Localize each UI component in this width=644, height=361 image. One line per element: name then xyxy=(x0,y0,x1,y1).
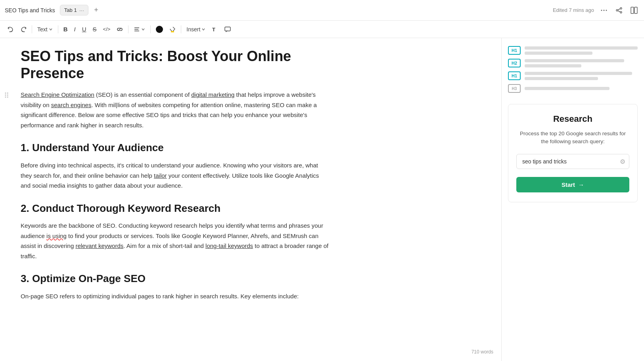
svg-text:T: T xyxy=(212,27,215,33)
share-button[interactable] xyxy=(614,5,624,15)
code-button[interactable]: </> xyxy=(100,24,113,34)
italic-button[interactable]: I xyxy=(71,24,79,35)
toolbar-divider-4 xyxy=(150,25,151,33)
bold-button[interactable]: B xyxy=(61,24,71,35)
svg-line-7 xyxy=(618,11,620,12)
comment-button[interactable] xyxy=(222,24,234,35)
highlight-button[interactable] xyxy=(167,24,178,35)
align-button[interactable] xyxy=(131,24,148,35)
editor-area[interactable]: SEO Tips and Tricks: Boost Your Online P… xyxy=(13,38,501,361)
svg-point-0 xyxy=(601,10,602,11)
search-engines-link[interactable]: search engines xyxy=(51,102,92,108)
edited-status: Edited 7 mins ago xyxy=(553,7,594,13)
topbar-right: Edited 7 mins ago xyxy=(553,5,639,15)
link-button[interactable] xyxy=(114,24,126,35)
svg-point-3 xyxy=(620,8,622,9)
drag-handle[interactable]: ⠿ xyxy=(4,91,9,100)
word-count: 710 words xyxy=(472,349,493,355)
insert-label: Insert xyxy=(186,26,200,33)
outline-line xyxy=(525,46,638,50)
main-area: ⠿ SEO Tips and Tricks: Boost Your Online… xyxy=(0,38,644,361)
research-search-input[interactable] xyxy=(516,154,629,169)
outline-line xyxy=(525,72,632,75)
svg-point-1 xyxy=(604,10,605,11)
start-label: Start xyxy=(562,181,575,188)
doc-title: SEO Tips and Tricks xyxy=(5,7,55,13)
insert-button[interactable]: Insert xyxy=(184,24,208,35)
strikethrough-button[interactable]: S xyxy=(90,24,100,35)
tab-label: Tab 1 xyxy=(64,7,77,13)
outline-lines-2 xyxy=(525,59,638,67)
text-style-dropdown[interactable]: Text xyxy=(34,24,56,35)
right-panel: H1 H2 H1 H3 xyxy=(501,38,644,361)
redo-button[interactable] xyxy=(17,24,29,35)
outline-item-h3: H3 xyxy=(508,84,638,93)
section1-body[interactable]: Before diving into technical aspects, it… xyxy=(21,160,330,191)
font-color-button[interactable] xyxy=(153,24,166,35)
top-bar: SEO Tips and Tricks Tab 1 ··· + Edited 7… xyxy=(0,0,644,21)
color-dot xyxy=(156,26,163,33)
add-tab-button[interactable]: + xyxy=(92,5,101,15)
outline-badge-h2: H2 xyxy=(508,59,521,67)
research-section: Research Process the top 20 Google searc… xyxy=(508,104,638,202)
relevant-keywords-underline: relevant keywords xyxy=(75,242,123,249)
section1-heading[interactable]: 1. Understand Your Audience xyxy=(21,141,330,155)
tailor-underline: tailor xyxy=(154,172,167,179)
toolbar-divider-1 xyxy=(32,25,32,33)
outline-line xyxy=(525,59,624,62)
outline-line xyxy=(525,64,581,67)
outline-line xyxy=(525,77,598,80)
svg-point-5 xyxy=(620,12,622,13)
text-size-button[interactable]: T xyxy=(209,24,221,35)
outline-badge-h3: H3 xyxy=(508,84,521,93)
outline-badge-h1-2: H1 xyxy=(508,71,521,80)
text-style-label: Text xyxy=(37,26,48,33)
svg-line-6 xyxy=(618,9,620,10)
more-options-button[interactable] xyxy=(599,5,609,15)
seo-link[interactable]: Search Engine Optimization xyxy=(21,91,94,98)
toolbar-divider-3 xyxy=(128,25,128,33)
long-tail-underline: long-tail keywords xyxy=(205,242,253,249)
svg-rect-8 xyxy=(631,7,634,13)
research-description: Process the top 20 Google search results… xyxy=(516,130,629,146)
digital-marketing-link[interactable]: digital marketing xyxy=(191,91,234,98)
undo-button[interactable] xyxy=(5,24,17,35)
section2-heading[interactable]: 2. Conduct Thorough Keyword Research xyxy=(21,202,330,215)
search-settings-icon[interactable]: ⚙ xyxy=(620,157,625,165)
outline-badge-h1-1: H1 xyxy=(508,46,521,55)
outline-item-h1-2: H1 xyxy=(508,71,638,80)
outline-item-h2: H2 xyxy=(508,59,638,67)
svg-point-2 xyxy=(606,10,607,11)
outline-lines-4 xyxy=(525,87,638,90)
tab-more-icon[interactable]: ··· xyxy=(79,7,84,13)
section3-body[interactable]: On-page SEO refers to optimizing individ… xyxy=(21,291,330,301)
toolbar: Text B I U S </> Insert T xyxy=(0,21,644,38)
layout-toggle-button[interactable] xyxy=(629,5,639,15)
svg-point-4 xyxy=(616,10,618,11)
outline-item-h1-1: H1 xyxy=(508,46,638,55)
is-using-strikethrough: is using xyxy=(46,232,67,239)
intro-paragraph[interactable]: Search Engine Optimization (SEO) is an e… xyxy=(21,90,330,130)
outline-lines-1 xyxy=(525,46,638,55)
svg-rect-9 xyxy=(634,7,637,13)
underline-button[interactable]: U xyxy=(79,24,89,35)
tab-1-button[interactable]: Tab 1 ··· xyxy=(60,5,88,15)
toolbar-divider-5 xyxy=(181,25,181,33)
search-input-wrapper: ⚙ xyxy=(516,154,629,169)
section3-heading[interactable]: 3. Optimize On-Page SEO xyxy=(21,272,330,286)
research-title: Research xyxy=(516,114,629,124)
toolbar-divider-2 xyxy=(58,25,58,33)
editor-content: SEO Tips and Tricks: Boost Your Online P… xyxy=(21,48,330,301)
svg-rect-15 xyxy=(225,27,230,31)
outline-section: H1 H2 H1 H3 xyxy=(508,46,638,93)
outline-line xyxy=(525,87,610,90)
section2-body[interactable]: Keywords are the backbone of SEO. Conduc… xyxy=(21,221,330,261)
outline-lines-3 xyxy=(525,72,638,80)
left-gutter: ⠿ xyxy=(0,38,13,361)
outline-line xyxy=(525,52,592,55)
start-arrow-icon: → xyxy=(578,181,584,188)
document-h1[interactable]: SEO Tips and Tricks: Boost Your Online P… xyxy=(21,48,330,82)
start-research-button[interactable]: Start → xyxy=(516,177,629,192)
